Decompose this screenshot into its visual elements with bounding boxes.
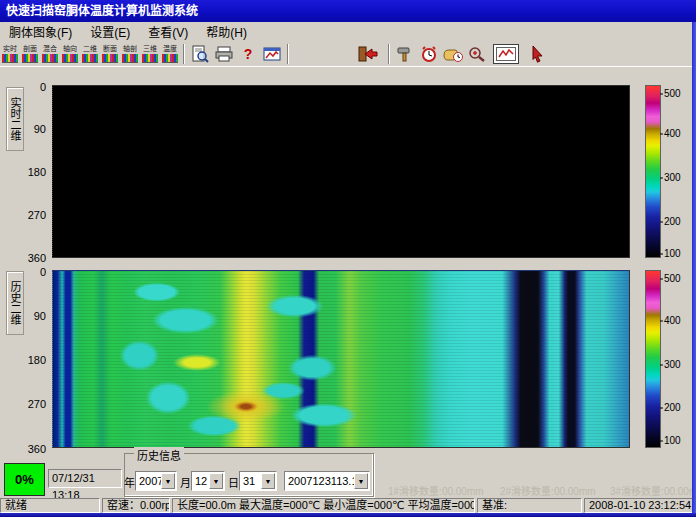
- toolbar-button-section[interactable]: 剖面: [20, 43, 40, 65]
- year-label: 年: [124, 474, 135, 490]
- tools-button[interactable]: [393, 43, 417, 65]
- trend-chart-icon: [496, 47, 516, 61]
- chevron-down-icon[interactable]: ▼: [209, 473, 223, 489]
- help-button[interactable]: ?: [236, 43, 260, 65]
- history-heatmap: [52, 270, 630, 448]
- hammer-icon: [395, 45, 415, 63]
- window-border-bottom: [0, 513, 696, 517]
- mini-bars-icon: [142, 54, 158, 63]
- printer-icon: [213, 45, 235, 63]
- status-baseline: 基准:: [477, 498, 582, 513]
- pointer-cursor-icon: [529, 45, 545, 63]
- rt-scale-400: 400: [664, 128, 690, 139]
- current-record-time-field: 07/12/31 13:18: [48, 469, 122, 488]
- status-kiln-speed: 窑速：0.00rpm: [102, 498, 170, 513]
- menu-view[interactable]: 查看(V): [139, 21, 197, 42]
- hist-tick-90: 90: [22, 310, 46, 322]
- chart-window-button[interactable]: [260, 43, 284, 65]
- status-bar: 就绪 窑速：0.00rpm 长度=00.0m 最大温度=000℃ 最小温度=00…: [0, 498, 696, 513]
- hist-scale-400: 400: [664, 315, 690, 326]
- mini-bars-icon: [162, 54, 178, 63]
- rt-tick-0: 0: [22, 81, 46, 93]
- hist-scale-500: 500: [664, 273, 690, 284]
- toolbar-button-cross-section[interactable]: 断面: [100, 43, 120, 65]
- toolbar-button-mixed[interactable]: 混合: [40, 43, 60, 65]
- status-datetime: 2008-01-10 23:12:54: [584, 498, 694, 513]
- mini-bars-icon: [102, 54, 118, 63]
- exit-icon: [357, 45, 379, 63]
- hist-scale-200: 200: [664, 402, 690, 413]
- hist-tick-360: 360: [22, 443, 46, 455]
- help-icon: ?: [244, 46, 253, 62]
- toolbar-separator: [287, 44, 289, 64]
- slip-1-label: 1#滑移数量:00.00mm: [388, 483, 484, 498]
- menu-settings[interactable]: 设置(E): [81, 21, 139, 42]
- day-combobox[interactable]: 31 ▼: [239, 471, 277, 491]
- toolbar-button-axial-section[interactable]: 轴剖: [120, 43, 140, 65]
- year-combobox[interactable]: 2007 ▼: [135, 471, 177, 491]
- day-label: 日: [228, 474, 239, 490]
- toolbar: 实时 剖面 混合 轴向 二维 断面 轴剖 三维: [0, 41, 692, 67]
- history-file-combobox[interactable]: 2007123113.18k ▼: [284, 471, 370, 491]
- mini-bars-icon: [2, 54, 18, 63]
- hist-tick-270: 270: [22, 398, 46, 410]
- rt-scale-500: 500: [664, 88, 690, 99]
- realtime-colorbar: [645, 85, 661, 258]
- status-ready: 就绪: [0, 498, 100, 513]
- rt-tick-270: 270: [22, 209, 46, 221]
- hist-scale-100: 100: [664, 435, 690, 446]
- hist-scale-300: 300: [664, 359, 690, 370]
- mini-bars-icon: [82, 54, 98, 63]
- mini-bars-icon: [42, 54, 58, 63]
- toolbar-button-axial[interactable]: 轴向: [60, 43, 80, 65]
- alarm-clock-icon: [419, 45, 439, 63]
- mini-bars-icon: [122, 54, 138, 63]
- toolbar-separator: [388, 44, 390, 64]
- history-info-title: 历史信息: [134, 447, 184, 463]
- zoom-in-button[interactable]: [465, 43, 489, 65]
- title-bar[interactable]: 快速扫描窑胴体温度计算机监测系统: [0, 0, 696, 22]
- hist-tick-0: 0: [22, 266, 46, 278]
- mini-bars-icon: [22, 54, 38, 63]
- progress-indicator: 0%: [4, 463, 45, 496]
- realtime-plot: [52, 85, 630, 258]
- exit-button[interactable]: [356, 43, 380, 65]
- history-2d-label: 历史二维: [6, 271, 24, 335]
- window-title: 快速扫描窑胴体温度计算机监测系统: [6, 4, 198, 18]
- trend-chart-button[interactable]: [493, 44, 519, 64]
- mini-bars-icon: [62, 54, 78, 63]
- zoom-in-icon: [467, 45, 487, 63]
- print-preview-button[interactable]: [188, 43, 212, 65]
- chevron-down-icon[interactable]: ▼: [161, 473, 175, 489]
- slip-2-label: 2#滑移数量:00.00mm: [500, 483, 596, 498]
- toolbar-button-realtime[interactable]: 实时: [0, 43, 20, 65]
- print-preview-icon: [190, 45, 210, 63]
- rt-tick-180: 180: [22, 166, 46, 178]
- chevron-down-icon[interactable]: ▼: [261, 473, 275, 489]
- print-button[interactable]: [212, 43, 236, 65]
- toolbar-separator: [183, 44, 185, 64]
- timer-button[interactable]: [417, 43, 441, 65]
- hist-tick-180: 180: [22, 354, 46, 366]
- month-label: 月: [180, 474, 191, 490]
- menu-bar: 胴体图象(F) 设置(E) 查看(V) 帮助(H): [0, 22, 696, 41]
- rt-scale-100: 100: [664, 248, 690, 259]
- status-measures: 长度=00.0m 最大温度=000℃ 最小温度=000℃ 平均温度=000℃: [172, 498, 475, 513]
- window-border-right: [692, 22, 696, 517]
- slip-3-label: 3#滑移数量:00.00mm: [610, 483, 696, 498]
- toolbar-button-3d[interactable]: 三维: [140, 43, 160, 65]
- history-colorbar: [645, 270, 661, 448]
- chevron-down-icon[interactable]: ▼: [354, 473, 368, 489]
- schedule-button[interactable]: [441, 43, 465, 65]
- menu-help[interactable]: 帮助(H): [197, 21, 256, 42]
- pointer-button[interactable]: [525, 43, 549, 65]
- menu-shell-image[interactable]: 胴体图象(F): [0, 21, 81, 42]
- chart-window-icon: [262, 45, 282, 63]
- rt-scale-300: 300: [664, 172, 690, 183]
- app-window: 快速扫描窑胴体温度计算机监测系统 胴体图象(F) 设置(E) 查看(V) 帮助(…: [0, 0, 696, 517]
- month-combobox[interactable]: 12 ▼: [191, 471, 225, 491]
- rt-tick-90: 90: [22, 123, 46, 135]
- toolbar-button-2d[interactable]: 二维: [80, 43, 100, 65]
- toolbar-button-temperature[interactable]: 温度: [160, 43, 180, 65]
- rt-scale-200: 200: [664, 216, 690, 227]
